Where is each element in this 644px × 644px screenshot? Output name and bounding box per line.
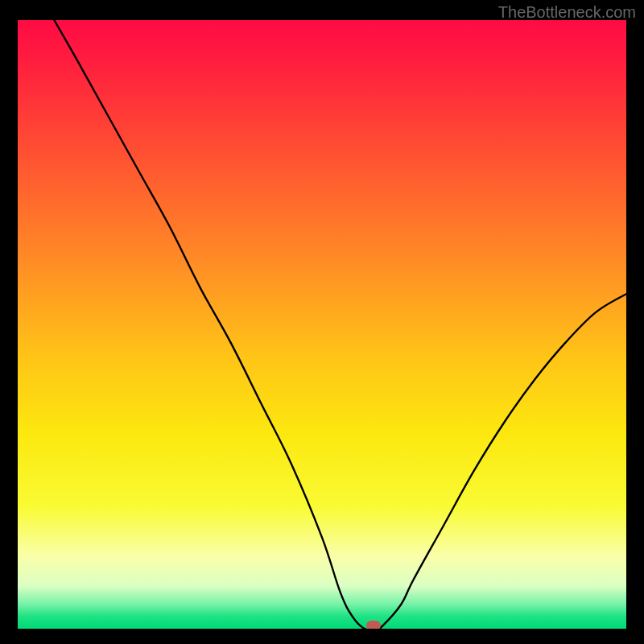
chart-frame: TheBottleneck.com <box>0 0 644 644</box>
plot-area <box>18 20 626 629</box>
curve-path <box>54 20 626 629</box>
watermark-text: TheBottleneck.com <box>498 3 636 22</box>
minimum-marker <box>366 621 381 629</box>
bottleneck-curve <box>18 20 626 629</box>
